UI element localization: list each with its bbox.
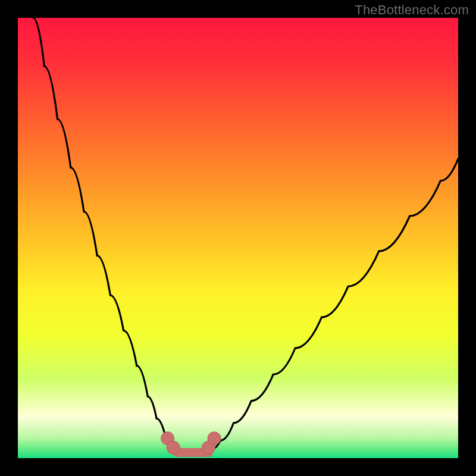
svg-point-2 bbox=[167, 441, 180, 454]
gradient-background bbox=[18, 18, 458, 458]
bottleneck-chart bbox=[18, 18, 458, 458]
watermark-text: TheBottleneck.com bbox=[355, 2, 469, 18]
chart-frame: TheBottleneck.com bbox=[0, 0, 476, 476]
svg-point-4 bbox=[208, 432, 221, 445]
